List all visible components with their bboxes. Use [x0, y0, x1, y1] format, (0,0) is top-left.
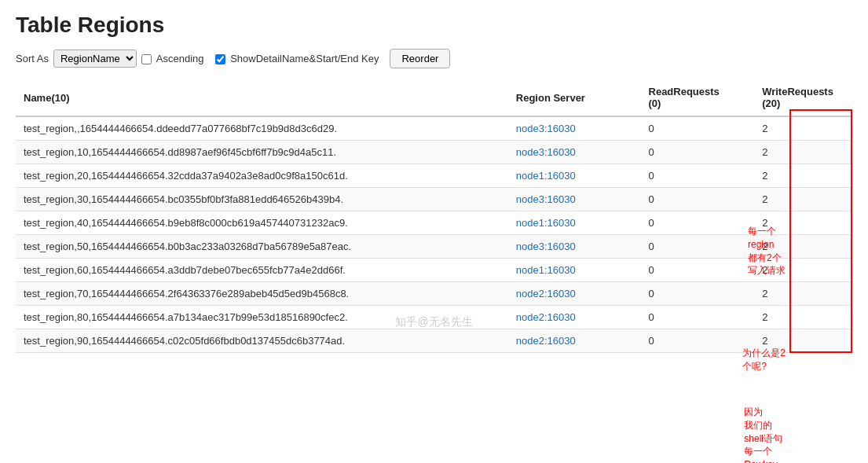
table-row: test_region,70,1654444466654.2f64363376e…: [16, 282, 852, 306]
annotation-3: 因为我们的shell语句每一个Rowkey插入2次put，针对每个版本: [744, 406, 786, 463]
sort-as-select[interactable]: RegionName StartKey EndKey Size: [53, 50, 137, 68]
cell-read-0: 0: [641, 116, 755, 141]
cell-server-2: node1:16030: [508, 164, 641, 188]
col-header-name: Name(10): [16, 79, 508, 116]
server-link-5[interactable]: node3:16030: [516, 241, 576, 252]
table-row: test_region,,1654444466654.ddeedd77a0776…: [16, 116, 852, 141]
cell-server-8: node2:16030: [508, 306, 641, 329]
cell-read-3: 0: [641, 188, 755, 211]
col-header-write: WriteRequests(20): [754, 79, 852, 116]
table-header-row: Name(10) Region Server ReadRequests(0) W…: [16, 79, 852, 116]
table-row: test_region,90,1654444466654.c02c05fd66f…: [16, 329, 852, 353]
server-link-2[interactable]: node1:16030: [516, 170, 576, 182]
cell-server-4: node1:16030: [508, 211, 641, 235]
server-link-0[interactable]: node3:16030: [516, 123, 576, 134]
cell-read-2: 0: [641, 164, 755, 188]
cell-write-0: 2: [754, 116, 852, 141]
cell-name-5: test_region,50,1654444466654.b0b3ac233a0…: [16, 235, 508, 259]
cell-server-9: node2:16030: [508, 329, 641, 353]
table-row: test_region,60,1654444466654.a3ddb7debe0…: [16, 259, 852, 282]
cell-write-8: 2: [754, 306, 852, 329]
cell-write-2: 2: [754, 164, 852, 188]
cell-name-4: test_region,40,1654444466654.b9eb8f8c000…: [16, 211, 508, 235]
cell-server-0: node3:16030: [508, 116, 641, 141]
ascending-checkbox[interactable]: [141, 54, 152, 64]
table-row: test_region,40,1654444466654.b9eb8f8c000…: [16, 211, 852, 235]
col-header-server: Region Server: [508, 79, 641, 116]
cell-server-1: node3:16030: [508, 141, 641, 164]
server-link-8[interactable]: node2:16030: [516, 311, 576, 323]
cell-read-1: 0: [641, 141, 755, 164]
table-row: test_region,10,1654444466654.dd8987aef96…: [16, 141, 852, 164]
cell-read-5: 0: [641, 235, 755, 259]
cell-write-7: 2: [754, 282, 852, 306]
reorder-button[interactable]: Reorder: [390, 49, 450, 68]
server-link-1[interactable]: node3:16030: [516, 146, 576, 158]
cell-server-7: node2:16030: [508, 282, 641, 306]
toolbar: Sort As RegionName StartKey EndKey Size …: [16, 49, 852, 68]
annotation-1: 每一个region都有2个写入请求: [748, 225, 786, 277]
cell-write-1: 2: [754, 141, 852, 164]
cell-name-2: test_region,20,1654444466654.32cdda37a94…: [16, 164, 508, 188]
server-link-6[interactable]: node1:16030: [516, 264, 576, 276]
col-header-read: ReadRequests(0): [641, 79, 755, 116]
ascending-label: Ascending: [141, 53, 204, 64]
show-detail-label: ShowDetailName&Start/End Key: [215, 53, 379, 64]
cell-name-7: test_region,70,1654444466654.2f64363376e…: [16, 282, 508, 306]
table-row: test_region,20,1654444466654.32cdda37a94…: [16, 164, 852, 188]
server-link-3[interactable]: node3:16030: [516, 193, 576, 205]
table-row: test_region,30,1654444466654.bc0355bf0bf…: [16, 188, 852, 211]
cell-read-9: 0: [641, 329, 755, 353]
cell-server-5: node3:16030: [508, 235, 641, 259]
cell-server-6: node1:16030: [508, 259, 641, 282]
server-link-7[interactable]: node2:16030: [516, 288, 576, 299]
cell-read-7: 0: [641, 282, 755, 306]
table-row: test_region,50,1654444466654.b0b3ac233a0…: [16, 235, 852, 259]
show-detail-checkbox[interactable]: [215, 54, 225, 64]
page-title: Table Regions: [16, 13, 852, 38]
watermark: 知乎@无名先生: [395, 315, 472, 329]
cell-name-1: test_region,10,1654444466654.dd8987aef96…: [16, 141, 508, 164]
cell-write-3: 2: [754, 188, 852, 211]
cell-name-6: test_region,60,1654444466654.a3ddb7debe0…: [16, 259, 508, 282]
cell-name-0: test_region,,1654444466654.ddeedd77a0776…: [16, 116, 508, 141]
cell-name-3: test_region,30,1654444466654.bc0355bf0bf…: [16, 188, 508, 211]
cell-read-6: 0: [641, 259, 755, 282]
server-link-4[interactable]: node1:16030: [516, 217, 576, 229]
cell-server-3: node3:16030: [508, 188, 641, 211]
regions-table: Name(10) Region Server ReadRequests(0) W…: [16, 79, 852, 353]
cell-read-4: 0: [641, 211, 755, 235]
cell-name-9: test_region,90,1654444466654.c02c05fd66f…: [16, 329, 508, 353]
annotation-2: 为什么是2个呢?: [742, 347, 786, 373]
server-link-9[interactable]: node2:16030: [516, 335, 576, 347]
sort-as-label: Sort As: [16, 53, 49, 64]
cell-read-8: 0: [641, 306, 755, 329]
